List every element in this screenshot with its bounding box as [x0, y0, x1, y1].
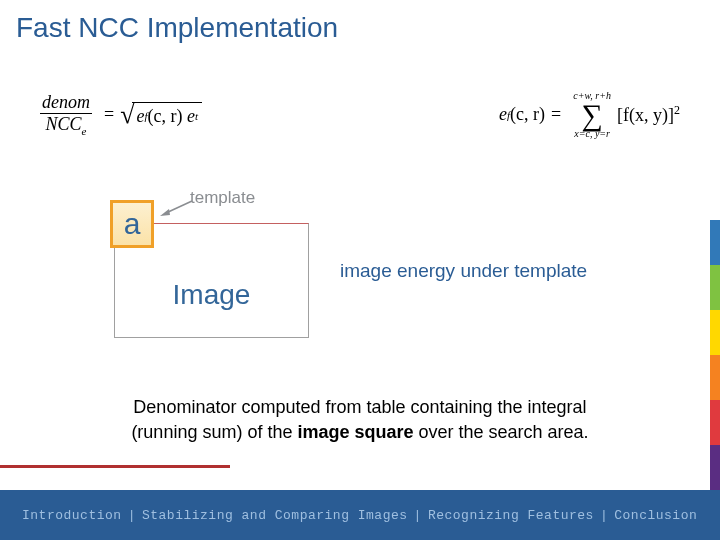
strip-segment	[710, 400, 720, 445]
footer-separator: |	[128, 508, 136, 523]
frac-numerator: denom	[40, 92, 92, 113]
footer-separator: |	[414, 508, 422, 523]
svg-line-0	[166, 201, 192, 213]
footer-separator: |	[600, 508, 608, 523]
template-label: template	[190, 188, 255, 208]
template-letter: a	[124, 207, 141, 241]
strip-segment	[710, 220, 720, 265]
strip-segment	[710, 310, 720, 355]
right-color-strip	[710, 220, 720, 490]
body-description: Denominator computed from table containi…	[60, 395, 660, 445]
template-image-diagram: Image a template	[110, 188, 320, 338]
template-box: a	[110, 200, 154, 248]
strip-segment	[710, 445, 720, 490]
accent-rule	[0, 465, 230, 468]
formula-denom: denom NCCe = √ ef(c, r) et	[40, 92, 202, 137]
footer-item: Introduction	[22, 508, 122, 523]
summation: c+w, r+h ∑ x=c, y=r	[573, 90, 611, 139]
formula-row: denom NCCe = √ ef(c, r) et ef(c, r) = c+…	[40, 90, 680, 139]
footer-item: Conclusion	[614, 508, 697, 523]
formula-energy: ef(c, r) = c+w, r+h ∑ x=c, y=r [f(x, y)]…	[499, 90, 680, 139]
strip-segment	[710, 265, 720, 310]
sqrt-expression: √ ef(c, r) et	[120, 102, 202, 128]
frac-denominator: NCCe	[44, 114, 89, 137]
arrow-icon	[160, 199, 194, 217]
page-title: Fast NCC Implementation	[16, 12, 338, 44]
strip-segment	[710, 355, 720, 400]
footer-nav: Introduction | Stabilizing and Comparing…	[0, 490, 720, 540]
svg-marker-1	[160, 209, 170, 216]
equals-sign: =	[104, 104, 114, 125]
footer-item: Recognizing Features	[428, 508, 594, 523]
footer-item: Stabilizing and Comparing Images	[142, 508, 408, 523]
image-label: Image	[173, 279, 251, 311]
caption-energy: image energy under template	[340, 260, 587, 282]
